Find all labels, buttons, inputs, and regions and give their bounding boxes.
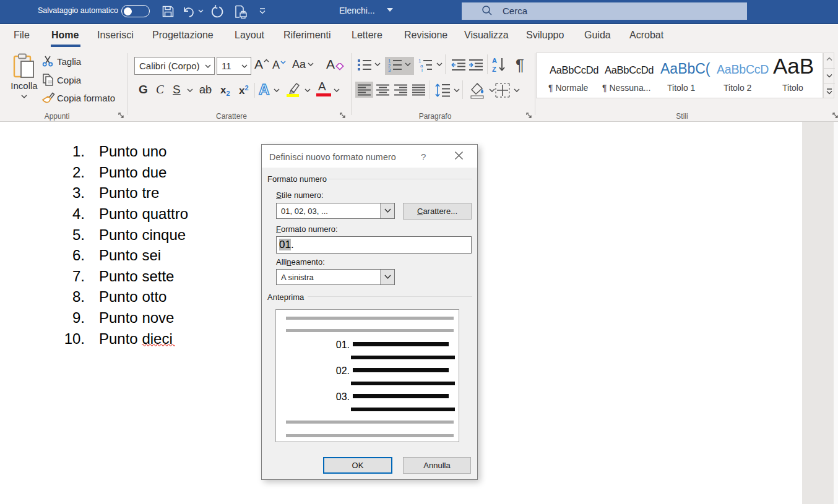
svg-text:i: i — [421, 67, 423, 72]
svg-text:Z: Z — [492, 66, 496, 73]
svg-text:3: 3 — [388, 67, 391, 72]
svg-text:A: A — [492, 57, 497, 64]
